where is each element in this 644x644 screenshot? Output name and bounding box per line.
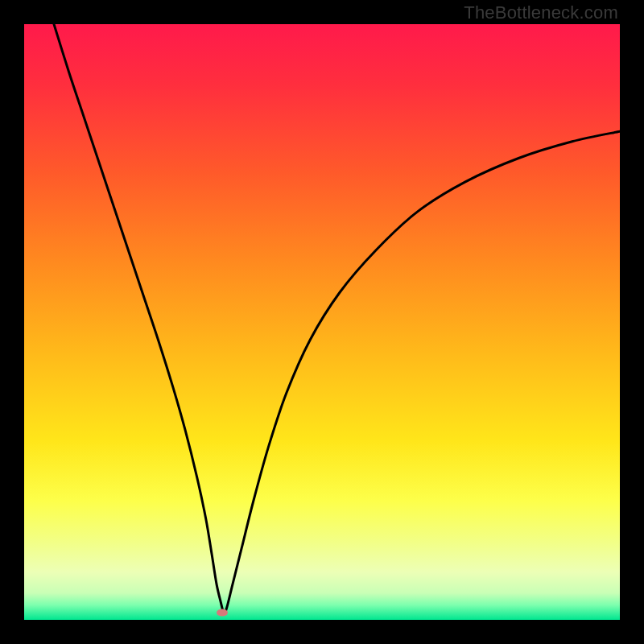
plot-area	[24, 24, 620, 620]
chart-frame: TheBottleneck.com	[0, 0, 644, 644]
watermark-text: TheBottleneck.com	[464, 2, 618, 23]
curve-layer	[24, 24, 620, 620]
bottleneck-curve	[54, 24, 620, 613]
minimum-marker	[217, 609, 228, 617]
